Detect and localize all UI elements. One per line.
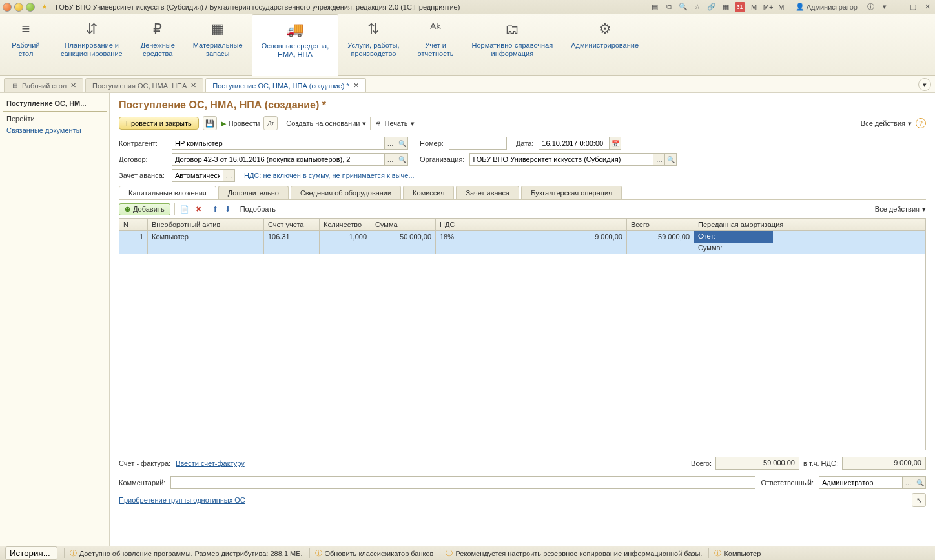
move-down-icon[interactable]: ⬇ [223, 204, 232, 215]
group-purchase-link[interactable]: Приобретение группы однотипных ОС [119, 496, 245, 504]
window-btn[interactable] [26, 3, 35, 12]
number-input[interactable] [449, 137, 507, 150]
subtab-commission[interactable]: Комиссия [403, 186, 454, 199]
minimize-icon[interactable]: — [894, 2, 904, 12]
vat-settings-link[interactable]: НДС: не включен в сумму, не принимается … [244, 172, 415, 179]
memory-mminus[interactable]: M- [777, 2, 788, 12]
all-actions-button[interactable]: Все действия ▾ [861, 119, 912, 128]
dropdown-icon[interactable]: ▾ [879, 2, 890, 12]
amort-sum[interactable]: Сумма: [694, 243, 773, 254]
create-based-button[interactable]: Создать на основании ▾ [286, 119, 366, 128]
copy-icon[interactable]: ⧉ [664, 2, 674, 12]
col-account[interactable]: Счет учета [264, 219, 320, 230]
subtab-equipment[interactable]: Сведения об оборудовании [291, 186, 401, 199]
select-icon[interactable]: … [385, 153, 396, 166]
col-total[interactable]: Всего [627, 219, 694, 230]
cell-asset[interactable]: Компьютер [148, 231, 264, 254]
status-pc[interactable]: ⓘКомпьютер [708, 548, 761, 558]
move-up-icon[interactable]: ⬆ [211, 204, 220, 215]
close-icon[interactable]: ✕ [922, 2, 932, 12]
org-input[interactable] [469, 153, 653, 166]
link-icon[interactable]: 🔗 [706, 2, 717, 12]
help-icon[interactable]: ? [916, 118, 926, 128]
history-button[interactable]: История... [5, 546, 57, 560]
advance-input[interactable] [172, 169, 223, 182]
pick-button[interactable]: Подобрать [240, 205, 276, 213]
cell-vat[interactable]: 18% 9 000,00 [436, 231, 627, 254]
subtab-capital[interactable]: Капитальные вложения [119, 186, 216, 199]
memory-mplus[interactable]: M+ [763, 2, 774, 12]
select-icon[interactable]: … [903, 476, 914, 489]
ribbon-services[interactable]: ⇅Услуги, работы,производство [338, 14, 408, 75]
open-icon[interactable]: 🔍 [396, 137, 408, 150]
post-and-close-button[interactable]: Провести и закрыть [119, 117, 199, 130]
tab-document[interactable]: Поступление ОС, НМА, НПА (создание) * ✕ [205, 78, 365, 92]
cell-total[interactable]: 59 000,00 [627, 231, 694, 254]
col-n[interactable]: N [119, 219, 148, 230]
subtab-advance[interactable]: Зачет аванса [456, 186, 519, 199]
status-banks[interactable]: ⓘОбновить классификатор банков [309, 548, 434, 558]
select-icon[interactable]: … [223, 169, 235, 182]
col-asset[interactable]: Внеоборотный актив [148, 219, 264, 230]
save-icon[interactable]: 💾 [203, 116, 217, 130]
calendar-icon[interactable]: 📅 [610, 137, 621, 150]
comment-input[interactable] [170, 476, 755, 489]
window-btn[interactable] [14, 3, 23, 12]
star-icon[interactable]: ☆ [692, 2, 703, 12]
ribbon-desktop[interactable]: ≡Рабочийстол [0, 14, 52, 75]
ribbon-fixed-assets[interactable]: 🚚Основные средства,НМА, НПА [252, 14, 339, 76]
subtab-additional[interactable]: Дополнительно [218, 186, 289, 199]
tab-desktop[interactable]: 🖥 Рабочий стол ✕ [4, 78, 83, 92]
enter-invoice-link[interactable]: Ввести счет-фактуру [176, 459, 245, 467]
maximize-icon[interactable]: ▢ [908, 2, 918, 12]
dt-kt-icon[interactable]: Дт [263, 116, 278, 130]
amort-account[interactable]: Счет: [694, 231, 773, 243]
open-icon[interactable]: 🔍 [914, 476, 926, 489]
tab-close-icon[interactable]: ✕ [70, 81, 76, 90]
col-vat[interactable]: НДС [436, 219, 627, 230]
subtab-operation[interactable]: Бухгалтерская операция [521, 186, 622, 199]
status-update[interactable]: ⓘДоступно обновление программы. Размер д… [64, 548, 303, 558]
ribbon-materials[interactable]: ▦Материальныезапасы [184, 14, 252, 75]
sidebar-related-docs[interactable]: Связанные документы [3, 125, 107, 136]
calendar-icon[interactable]: 31 [735, 2, 745, 12]
cell-amort[interactable]: Счет: Сумма: [694, 231, 925, 254]
post-button[interactable]: ▶ Провести [221, 119, 260, 128]
col-amort[interactable]: Переданная амортизация [694, 219, 870, 230]
grid-all-actions[interactable]: Все действия ▾ [875, 205, 926, 214]
select-icon[interactable]: … [385, 137, 396, 150]
copy-row-icon[interactable]: 📄 [179, 204, 190, 215]
cell-sum[interactable]: 50 000,00 [371, 231, 436, 254]
select-icon[interactable]: … [653, 153, 665, 166]
search-icon[interactable]: 🔍 [678, 2, 688, 12]
add-button[interactable]: ⊕Добавить [119, 203, 170, 215]
user-block[interactable]: 👤 Администратор [796, 3, 858, 11]
ribbon-money[interactable]: ₽Денежныесредства [132, 14, 184, 75]
date-input[interactable] [539, 137, 610, 150]
responsible-input[interactable] [819, 476, 903, 489]
info-icon[interactable]: ⓘ [865, 2, 876, 12]
open-icon[interactable]: 🔍 [396, 153, 408, 166]
col-sum[interactable]: Сумма [371, 219, 436, 230]
tab-close-icon[interactable]: ✕ [353, 81, 359, 90]
cell-account[interactable]: 106.31 [264, 231, 320, 254]
tab-close-icon[interactable]: ✕ [190, 81, 196, 90]
cell-qty[interactable]: 1,000 [320, 231, 371, 254]
contract-input[interactable] [172, 153, 385, 166]
tab-list[interactable]: Поступления ОС, НМА, НПА ✕ [85, 78, 203, 92]
tabs-collapse-icon[interactable]: ▾ [918, 78, 931, 91]
status-backup[interactable]: ⓘРекомендуется настроить резервное копир… [440, 548, 702, 558]
ribbon-planning[interactable]: ⇵Планирование исанкционирование [52, 14, 132, 75]
memory-m[interactable]: M [749, 2, 759, 12]
ribbon-admin[interactable]: ⚙Администрирование [562, 14, 648, 75]
open-icon[interactable]: 🔍 [665, 153, 677, 166]
col-qty[interactable]: Количество [320, 219, 371, 230]
ribbon-reference[interactable]: 🗂Нормативно-справочнаяинформация [462, 14, 562, 75]
print-button[interactable]: 🖨 Печать ▾ [375, 119, 414, 128]
resize-icon[interactable]: ⤡ [912, 493, 926, 507]
page-icon[interactable]: ▤ [650, 2, 660, 12]
delete-row-icon[interactable]: ✖ [194, 204, 203, 215]
grid-icon[interactable]: ▦ [721, 2, 731, 12]
ribbon-accounting[interactable]: ᴬᵏУчет иотчетность [409, 14, 463, 75]
cell-n[interactable]: 1 [119, 231, 148, 254]
